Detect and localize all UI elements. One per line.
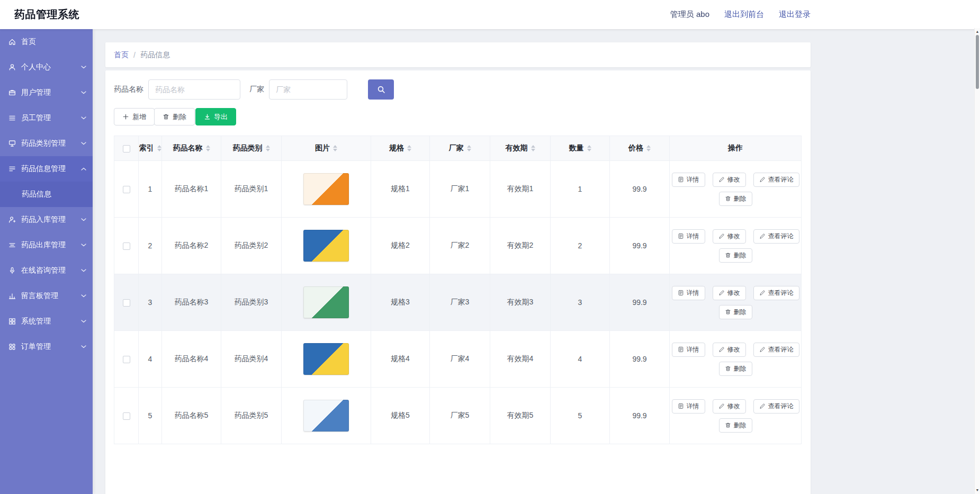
pencil-icon [718,176,725,183]
pencil-icon [759,290,766,296]
edit-button[interactable]: 修改 [713,286,746,300]
row-checkbox[interactable] [123,186,130,193]
sidebar-item[interactable]: 药品出库管理 [0,232,93,258]
cell-spec: 规格5 [371,388,430,444]
column-header-label: 数量 [569,143,584,153]
drug-image[interactable] [303,343,349,375]
sidebar-item[interactable]: 药品类别管理 [0,131,93,156]
row-checkbox[interactable] [123,356,130,363]
cell-actions: 详情修改查看评论删除 [670,331,802,388]
sort-icon[interactable] [531,145,535,151]
sidebar-item[interactable]: 用户管理 [0,80,93,105]
column-header[interactable]: 数量 [551,136,610,161]
drug-image[interactable] [303,400,349,432]
column-header[interactable]: 规格 [371,136,430,161]
drug-image[interactable] [303,173,349,205]
view-comments-button[interactable]: 查看评论 [753,229,799,244]
exit-to-front-link[interactable]: 退出到前台 [724,10,764,20]
sort-icon[interactable] [206,145,210,151]
row-delete-button[interactable]: 删除 [719,362,752,376]
detail-button[interactable]: 详情 [672,399,705,414]
detail-button[interactable]: 详情 [672,286,705,300]
sidebar-item[interactable]: 员工管理 [0,105,93,131]
edit-button[interactable]: 修改 [713,229,746,244]
column-header[interactable]: 有效期 [490,136,551,161]
sidebar-item[interactable]: 订单管理 [0,334,93,360]
main-content: 首页 / 药品信息 药品名称 厂家 新增 [93,29,980,494]
row-delete-button[interactable]: 删除 [719,192,752,206]
row-select-cell [114,388,139,444]
column-header[interactable]: 图片 [282,136,371,161]
column-header-label: 厂家 [449,143,464,153]
view-comments-button[interactable]: 查看评论 [753,173,799,187]
sidebar-item[interactable]: 系统管理 [0,309,93,334]
row-checkbox[interactable] [123,412,130,420]
sort-icon[interactable] [587,145,591,151]
page-scrollbar[interactable]: ▲ ▼ [974,28,980,494]
table-row: 4药品名称4药品类别4规格4厂家4有效期4499.9详情修改查看评论删除 [114,331,802,388]
column-header[interactable]: 价格 [610,136,670,161]
column-header[interactable]: 厂家 [430,136,490,161]
column-header[interactable]: 药品名称 [162,136,221,161]
select-all-checkbox[interactable] [123,145,130,152]
column-header[interactable]: 药品类别 [221,136,282,161]
chevron-down-icon [81,244,86,247]
view-comments-button[interactable]: 查看评论 [753,343,799,357]
sidebar-item[interactable]: 药品信息管理 [0,156,93,182]
export-button[interactable]: 导出 [195,108,236,125]
breadcrumb-home[interactable]: 首页 [114,50,129,60]
chevron-down-icon [81,345,86,348]
delete-button[interactable]: 删除 [154,108,195,125]
edit-button[interactable]: 修改 [713,173,746,187]
breadcrumb-current: 药品信息 [140,50,170,60]
cell-spec: 规格2 [371,218,430,274]
detail-button[interactable]: 详情 [672,229,705,244]
drug-image[interactable] [303,230,349,262]
view-comments-button[interactable]: 查看评论 [753,286,799,300]
sidebar: 首页个人中心用户管理员工管理药品类别管理药品信息管理药品信息药品入库管理药品出库… [0,29,93,494]
sort-icon[interactable] [157,145,161,151]
sidebar-item[interactable]: 留言板管理 [0,283,93,309]
edit-button[interactable]: 修改 [713,343,746,357]
sidebar-item[interactable]: 药品入库管理 [0,207,93,232]
add-button[interactable]: 新增 [114,108,155,125]
row-checkbox[interactable] [123,242,130,250]
drug-image[interactable] [303,286,349,318]
cell-factory: 厂家2 [430,218,490,274]
sidebar-submenu: 药品信息 [0,182,93,207]
edit-button[interactable]: 修改 [713,399,746,414]
sort-icon[interactable] [266,145,270,151]
column-header: 操作 [670,136,802,161]
scroll-up-icon[interactable]: ▲ [975,30,980,33]
row-select-cell [114,274,139,331]
row-delete-button[interactable]: 删除 [719,248,752,263]
logout-link[interactable]: 退出登录 [779,10,811,20]
sort-icon[interactable] [407,145,411,151]
detail-button[interactable]: 详情 [672,173,705,187]
view-comments-button[interactable]: 查看评论 [753,399,799,414]
cell-spec: 规格3 [371,274,430,331]
breadcrumb: 首页 / 药品信息 [105,42,811,67]
sidebar-item-label: 订单管理 [21,342,76,352]
sort-icon[interactable] [467,145,471,151]
column-header[interactable]: 索引 [139,136,162,161]
row-checkbox[interactable] [123,299,130,307]
sort-icon[interactable] [646,145,651,151]
sidebar-item[interactable]: 首页 [0,29,93,55]
scrollbar-thumb[interactable] [976,35,979,89]
topbar-links: 管理员 abo 退出到前台 退出登录 [670,10,811,20]
search-button[interactable] [368,79,394,100]
row-delete-button[interactable]: 删除 [719,418,752,433]
sidebar-subitem[interactable]: 药品信息 [0,182,93,207]
drug-name-input[interactable] [148,79,240,100]
factory-input[interactable] [269,79,347,100]
admin-user-link[interactable]: 管理员 abo [670,10,709,20]
sidebar-item[interactable]: 个人中心 [0,55,93,80]
scroll-down-icon[interactable]: ▼ [975,488,980,492]
sort-icon[interactable] [333,145,337,151]
cell-name: 药品名称5 [162,388,221,444]
sidebar-item[interactable]: 在线咨询管理 [0,258,93,283]
document-icon [678,290,684,296]
row-delete-button[interactable]: 删除 [719,305,752,319]
detail-button[interactable]: 详情 [672,343,705,357]
